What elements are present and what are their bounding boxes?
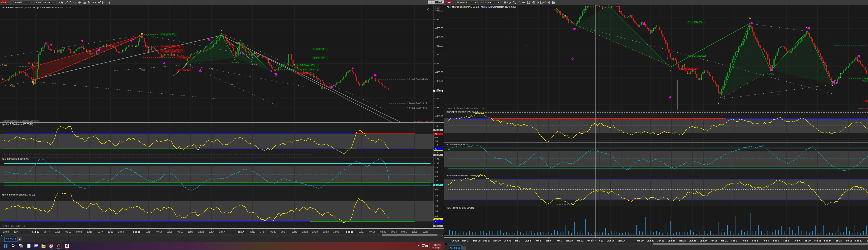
svg-text:07:14: 07:14 <box>146 230 152 233</box>
svg-text:Chart: Chart <box>1 1 7 4</box>
svg-text:0.886: 0.886 <box>2 64 7 66</box>
svg-text:Feb 10: Feb 10 <box>803 240 810 242</box>
svg-text:Jan 21: Jan 21 <box>657 240 664 242</box>
svg-text:3.618 (BC) (4384.00): 3.618 (BC) (4384.00) <box>407 78 428 81</box>
svg-text:Dec 23: Dec 23 <box>452 240 459 242</box>
svg-text:30: 30 <box>435 220 437 223</box>
svg-text:Jan 4: Jan 4 <box>525 240 531 242</box>
svg-text:4400.00: 4400.00 <box>435 71 443 73</box>
svg-text:13:08: 13:08 <box>3 230 9 233</box>
svg-text:07:18: 07:18 <box>250 230 255 233</box>
svg-text:07:54: 07:54 <box>260 230 266 233</box>
svg-text:Jan 20: Jan 20 <box>647 240 654 242</box>
svg-text:60: 60 <box>435 136 438 139</box>
svg-text:2.240 (BC) (4446.75): 2.240 (BC) (4446.75) <box>160 51 180 53</box>
svg-text:T1: (15214.75): T1: (15214.75) <box>688 21 702 24</box>
svg-text:09:56: 09:56 <box>401 230 407 233</box>
svg-text:D: D <box>670 70 671 72</box>
svg-text:60: 60 <box>435 205 438 207</box>
svg-text:Dec 28: Dec 28 <box>473 240 480 242</box>
svg-text:0.786: 0.786 <box>209 67 213 70</box>
svg-text:T1: (4433.00): T1: (4433.00) <box>313 57 325 59</box>
svg-text:X: X <box>718 102 719 105</box>
svg-text:09:03: 09:03 <box>76 230 82 233</box>
svg-text:10:16: 10:16 <box>87 230 93 233</box>
svg-text:50: 50 <box>435 210 438 213</box>
svg-text:1.618 (XA) (4318.25): 1.618 (XA) (4318.25) <box>407 107 428 110</box>
svg-text:08:35: 08:35 <box>380 230 386 233</box>
svg-text:60: 60 <box>435 171 438 173</box>
svg-text:A: A <box>749 17 751 19</box>
svg-text:VOL(NQ 03-22 (240 Minute)): VOL(NQ 03-22 (240 Minute)) <box>446 207 474 209</box>
svg-text:NQ 03-22: NQ 03-22 <box>457 1 467 4</box>
svg-text:B: B <box>526 45 527 46</box>
svg-text:1.618: 1.618 <box>57 49 62 51</box>
svg-text:30: 30 <box>435 148 437 150</box>
svg-text:13:11: 13:11 <box>108 230 113 233</box>
svg-text:+: + <box>19 238 21 241</box>
svg-text:11:20: 11:20 <box>422 230 428 233</box>
svg-text:80: 80 <box>435 195 438 197</box>
svg-text:Feb 16: Feb 16 <box>133 230 140 233</box>
svg-text:hpc patterns found: [4]: hpc patterns found: [4] <box>414 120 433 122</box>
svg-text:120: 120 <box>435 158 439 160</box>
svg-text:13:04: 13:04 <box>209 230 214 233</box>
svg-text:09:14: 09:14 <box>391 230 397 233</box>
svg-text:09:58: 09:58 <box>178 230 183 233</box>
svg-text:13:19: 13:19 <box>312 230 318 233</box>
svg-text:Feb 2: Feb 2 <box>742 240 748 242</box>
svg-text:AB=CD (14594.25): AB=CD (14594.25) <box>688 55 706 57</box>
svg-text:T1: (4433.75): T1: (4433.75) <box>177 56 190 59</box>
svg-text:ES 03-22: ES 03-22 <box>13 1 22 4</box>
svg-text:Feb 4: Feb 4 <box>763 240 769 242</box>
svg-text:1.618 (XA) (4459.00): 1.618 (XA) (4459.00) <box>160 45 180 48</box>
svg-text:Feb 16: Feb 16 <box>845 240 852 242</box>
svg-text:B: B <box>778 94 779 95</box>
svg-text:70: 70 <box>435 200 438 202</box>
svg-text:B: B <box>234 59 236 61</box>
svg-text:100: 100 <box>435 162 439 164</box>
svg-text:10:46: 10:46 <box>292 230 298 233</box>
svg-text:4420.00: 4420.00 <box>435 62 443 65</box>
svg-text:Jan 3: Jan 3 <box>515 240 520 242</box>
svg-text:Jan 6: Jan 6 <box>546 240 551 242</box>
svg-text:09:14: 09:14 <box>281 230 287 233</box>
svg-text:240 Minute: 240 Minute <box>480 1 491 4</box>
svg-text:0.786 (XA) (14136: 0.786 (XA) (14136 <box>863 80 868 82</box>
svg-text:© 2022 NinjaTrader, LLC: © 2022 NinjaTrader, LLC <box>2 225 26 227</box>
svg-text:NQ 03-22: NQ 03-22 <box>450 247 461 249</box>
svg-text:07:54: 07:54 <box>156 230 162 233</box>
svg-text:hpcRSIBammIndicator (NQ 03-22): hpcRSIBammIndicator (NQ 03-22) <box>446 175 479 177</box>
svg-text:C: C <box>806 26 808 29</box>
svg-text:20: 20 <box>435 180 438 182</box>
svg-text:+: + <box>463 247 465 249</box>
svg-text:13:57: 13:57 <box>219 230 225 233</box>
svg-text:13:47: 13:47 <box>14 230 20 233</box>
svg-text:T2: (4452.75): T2: (4452.75) <box>313 48 325 50</box>
svg-text:0.618: 0.618 <box>230 37 235 39</box>
svg-text:Jan 5: Jan 5 <box>535 240 541 242</box>
svg-text:Gartley: Gartley <box>767 72 774 75</box>
svg-text:40: 40 <box>435 215 438 218</box>
svg-text:1.618 (BC) (4415.75): 1.618 (BC) (4415.75) <box>296 64 315 66</box>
svg-text:50: 50 <box>435 140 438 143</box>
svg-text:B: B <box>709 75 710 77</box>
svg-text:Feb 18: Feb 18 <box>865 240 868 242</box>
svg-text:Jan 27: Jan 27 <box>700 240 707 242</box>
svg-text:4540.00: 4540.00 <box>435 9 443 12</box>
svg-text:A: A <box>221 30 222 32</box>
svg-text:0.500: 0.500 <box>10 85 14 87</box>
svg-text:14:00: 14:00 <box>333 230 339 233</box>
svg-text:2.240: 2.240 <box>86 50 91 52</box>
svg-text:13.37: 13.37 <box>435 154 440 156</box>
svg-text:Dec 29: Dec 29 <box>483 240 490 242</box>
svg-text:33.99: 33.99 <box>435 218 440 220</box>
svg-text:Jan 28: Jan 28 <box>710 240 717 242</box>
svg-text:11:47: 11:47 <box>97 230 103 233</box>
svg-text:13:50: 13:50 <box>118 230 124 233</box>
svg-text:Harmonic Pattern Collection v2: Harmonic Pattern Collection v20.12.16 <box>2 120 39 122</box>
svg-text:07:38: 07:38 <box>55 230 61 233</box>
svg-text:Jan 11: Jan 11 <box>577 240 584 242</box>
svg-text:hpcHSIIndicator (NQ 03-22): hpcHSIIndicator (NQ 03-22) <box>446 143 473 146</box>
svg-text:12:24: 12:24 <box>302 230 308 233</box>
